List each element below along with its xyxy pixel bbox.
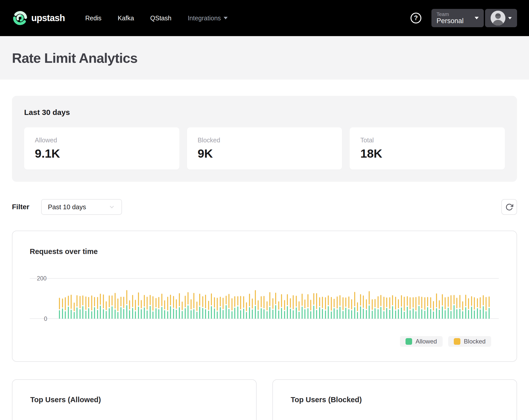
upstash-logo-icon: [12, 10, 28, 26]
brand-name: upstash: [31, 13, 65, 23]
bar: [237, 296, 238, 319]
stat-label: Blocked: [198, 137, 332, 144]
bar: [85, 296, 86, 319]
requests-chart: 200 0: [30, 278, 499, 319]
bar: [284, 300, 285, 319]
stat-card-total: Total 18K: [350, 127, 505, 170]
bar: [144, 295, 145, 319]
bar: [310, 300, 311, 319]
legend-item-allowed[interactable]: Allowed: [400, 336, 443, 347]
bar: [445, 297, 446, 319]
legend-label: Allowed: [416, 338, 437, 345]
bar: [275, 293, 276, 319]
stat-value: 9.1K: [35, 146, 169, 160]
stat-label: Total: [360, 137, 494, 144]
bar: [410, 297, 411, 319]
bar: [454, 295, 455, 319]
bar: [413, 297, 414, 319]
bar: [343, 297, 344, 319]
bar: [120, 297, 121, 319]
bar: [211, 293, 212, 319]
bar: [185, 296, 186, 319]
bar: [322, 297, 323, 319]
bar: [152, 296, 153, 319]
bar: [141, 300, 142, 319]
stat-value: 9K: [198, 146, 332, 160]
bar: [328, 295, 329, 319]
bar: [252, 298, 253, 319]
bar: [383, 297, 384, 319]
bar: [313, 293, 314, 319]
bar: [360, 294, 361, 319]
bar: [199, 294, 200, 319]
bar: [170, 295, 171, 319]
blocked-swatch-icon: [454, 338, 460, 345]
bar: [65, 297, 66, 319]
card-title: Top Users (Allowed): [30, 396, 238, 404]
bar: [450, 295, 452, 319]
bar: [436, 293, 437, 319]
bar: [208, 301, 209, 319]
bar: [299, 301, 300, 319]
bar: [205, 295, 206, 319]
nav-item-integrations[interactable]: Integrations: [188, 14, 228, 22]
main-content: Last 30 days Allowed 9.1K Blocked 9K Tot…: [0, 96, 529, 420]
bar: [357, 302, 358, 319]
bar: [398, 299, 399, 319]
upstash-logo[interactable]: upstash: [12, 10, 65, 26]
bar: [439, 300, 440, 319]
refresh-icon: [505, 203, 513, 211]
bar: [59, 298, 60, 319]
date-range-value: Past 10 days: [48, 203, 86, 211]
nav-item-redis[interactable]: Redis: [85, 14, 101, 22]
bar: [188, 292, 189, 319]
bar: [117, 298, 118, 319]
team-selector-labels: Team Personal: [437, 12, 464, 24]
stat-value: 18K: [360, 146, 494, 160]
bar: [477, 298, 478, 319]
refresh-button[interactable]: [501, 199, 517, 215]
avatar: [491, 11, 505, 25]
nav-item-integrations-label: Integrations: [188, 14, 221, 22]
bar: [331, 297, 332, 319]
bar: [132, 295, 133, 319]
bar: [246, 302, 247, 319]
bar: [261, 296, 262, 319]
user-menu[interactable]: [485, 9, 517, 27]
help-button[interactable]: ?: [410, 12, 422, 24]
bar: [182, 302, 183, 319]
bar: [255, 290, 256, 319]
bar: [193, 293, 194, 319]
bar: [474, 297, 475, 319]
bar: [231, 298, 232, 319]
summary-title: Last 30 days: [24, 108, 505, 117]
bar: [82, 295, 83, 319]
bar: [471, 296, 472, 319]
stat-card-allowed: Allowed 9.1K: [24, 127, 179, 170]
chevron-down-icon: [508, 17, 512, 19]
nav-right: ? Team Personal: [410, 9, 517, 27]
requests-chart-card: Requests over time 200 0 Allowed Blocked: [12, 231, 517, 362]
bar: [94, 297, 95, 319]
bar: [448, 297, 449, 319]
bar: [150, 295, 151, 319]
bar: [296, 296, 297, 319]
legend-item-blocked[interactable]: Blocked: [448, 336, 491, 347]
bar: [202, 296, 203, 319]
bar: [161, 294, 162, 319]
bar: [348, 296, 349, 319]
legend-label: Blocked: [464, 338, 486, 345]
y-tick-200: 200: [37, 275, 46, 282]
chart-title: Requests over time: [30, 247, 499, 256]
bars: [59, 290, 490, 319]
top-nav: upstash Redis Kafka QStash Integrations …: [0, 0, 529, 36]
bar: [269, 292, 270, 319]
nav-item-qstash[interactable]: QStash: [150, 14, 171, 22]
bar: [76, 295, 77, 319]
bar: [263, 296, 264, 319]
bar: [351, 299, 352, 319]
bar: [228, 294, 229, 319]
date-range-select[interactable]: Past 10 days: [41, 199, 122, 215]
team-selector[interactable]: Team Personal: [431, 9, 484, 27]
nav-item-kafka[interactable]: Kafka: [118, 14, 134, 22]
